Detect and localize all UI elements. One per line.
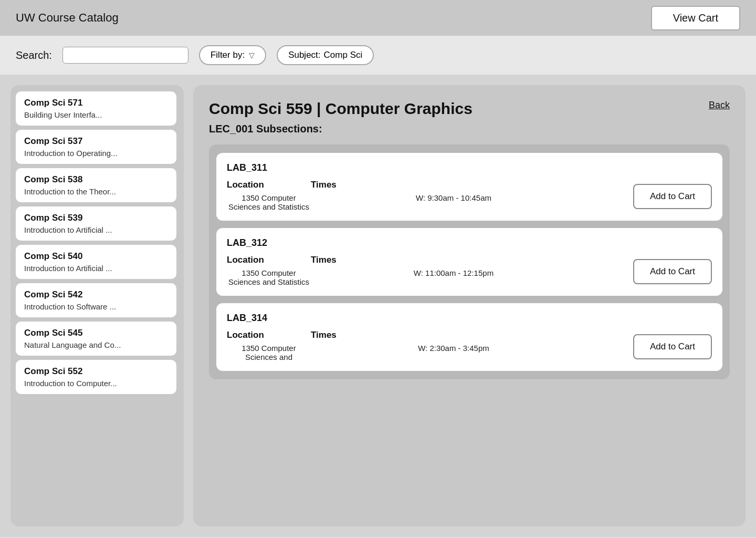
detail-title: Comp Sci 559 | Computer Graphics	[209, 100, 472, 118]
lab-action-col: Add to Cart	[596, 255, 712, 284]
lab-times-col: Times W: 11:00am - 12:15pm	[311, 255, 596, 277]
lab-location-col: Location 1350 Computer Sciences and Stat…	[227, 255, 311, 286]
search-input[interactable]	[62, 47, 188, 64]
course-number: Comp Sci 545	[24, 328, 168, 338]
sidebar: Comp Sci 571Building User Interfa...Comp…	[10, 85, 184, 526]
add-to-cart-button[interactable]: Add to Cart	[633, 334, 712, 359]
course-number: Comp Sci 552	[24, 366, 168, 377]
course-desc: Building User Interfa...	[24, 110, 168, 119]
app-header: UW Course Catalog View Cart	[0, 0, 756, 36]
lab-times-col: Times W: 9:30am - 10:45am	[311, 180, 596, 202]
course-number: Comp Sci 537	[24, 136, 168, 147]
lab-card: LAB_314 Location 1350 Computer Sciences …	[216, 303, 722, 371]
list-item[interactable]: Comp Sci 539Introduction to Artificial .…	[16, 206, 176, 241]
location-value: 1350 Computer Sciences and Statistics	[227, 268, 311, 286]
main-container: Comp Sci 571Building User Interfa...Comp…	[0, 75, 756, 537]
course-desc: Introduction to Software ...	[24, 302, 168, 311]
list-item[interactable]: Comp Sci 542Introduction to Software ...	[16, 283, 176, 317]
list-item[interactable]: Comp Sci 538Introduction to the Theor...	[16, 168, 176, 202]
course-desc: Introduction to Computer...	[24, 379, 168, 388]
times-header: Times	[311, 330, 596, 340]
course-desc: Introduction to the Theor...	[24, 187, 168, 196]
times-value: W: 9:30am - 10:45am	[311, 193, 596, 202]
course-desc: Introduction to Artificial ...	[24, 264, 168, 273]
course-desc: Introduction to Operating...	[24, 149, 168, 158]
filter-icon: ▽	[249, 51, 255, 59]
course-number: Comp Sci 540	[24, 251, 168, 262]
subsection-label: LEC_001 Subsections:	[209, 123, 730, 135]
search-bar: Search: Filter by: ▽ Subject: Comp Sci	[0, 36, 756, 75]
lab-location-col: Location 1350 Computer Sciences and Stat…	[227, 180, 311, 211]
lab-card: LAB_311 Location 1350 Computer Sciences …	[216, 153, 722, 221]
course-number: Comp Sci 538	[24, 174, 168, 185]
location-value: 1350 Computer Sciences and Statistics	[227, 193, 311, 211]
filter-button[interactable]: Filter by: ▽	[199, 45, 266, 65]
lab-section-name: LAB_312	[227, 237, 712, 249]
location-header: Location	[227, 180, 311, 190]
lab-card: LAB_312 Location 1350 Computer Sciences …	[216, 228, 722, 296]
course-number: Comp Sci 539	[24, 213, 168, 223]
filter-label: Filter by:	[211, 50, 245, 60]
list-item[interactable]: Comp Sci 571Building User Interfa...	[16, 91, 176, 126]
list-item[interactable]: Comp Sci 552Introduction to Computer...	[16, 360, 176, 394]
app-title: UW Course Catalog	[16, 11, 119, 25]
lab-section-name: LAB_311	[227, 162, 712, 173]
subject-label: Subject:	[288, 50, 320, 60]
detail-panel: Comp Sci 559 | Computer Graphics Back LE…	[193, 85, 746, 526]
lab-section-name: LAB_314	[227, 313, 712, 324]
list-item[interactable]: Comp Sci 537Introduction to Operating...	[16, 130, 176, 164]
lab-times-col: Times W: 2:30am - 3:45pm	[311, 330, 596, 353]
back-link[interactable]: Back	[709, 100, 730, 111]
times-value: W: 2:30am - 3:45pm	[311, 344, 596, 353]
search-label: Search:	[16, 49, 52, 61]
lab-location-col: Location 1350 Computer Sciences and	[227, 330, 311, 361]
lab-info-row: Location 1350 Computer Sciences and Time…	[227, 330, 712, 361]
location-value: 1350 Computer Sciences and	[227, 344, 311, 361]
subject-value: Comp Sci	[324, 50, 363, 60]
add-to-cart-button[interactable]: Add to Cart	[633, 259, 712, 284]
location-header: Location	[227, 330, 311, 340]
lab-info-row: Location 1350 Computer Sciences and Stat…	[227, 180, 712, 211]
times-value: W: 11:00am - 12:15pm	[311, 268, 596, 277]
course-number: Comp Sci 571	[24, 98, 168, 108]
location-header: Location	[227, 255, 311, 265]
course-desc: Natural Language and Co...	[24, 340, 168, 349]
lab-action-col: Add to Cart	[596, 180, 712, 209]
list-item[interactable]: Comp Sci 540Introduction to Artificial .…	[16, 245, 176, 279]
course-desc: Introduction to Artificial ...	[24, 225, 168, 234]
labs-container[interactable]: LAB_311 Location 1350 Computer Sciences …	[209, 144, 730, 379]
detail-header: Comp Sci 559 | Computer Graphics Back	[209, 100, 730, 118]
lab-action-col: Add to Cart	[596, 330, 712, 359]
add-to-cart-button[interactable]: Add to Cart	[633, 184, 712, 209]
subject-tag: Subject: Comp Sci	[277, 45, 374, 65]
course-number: Comp Sci 542	[24, 289, 168, 300]
list-item[interactable]: Comp Sci 545Natural Language and Co...	[16, 322, 176, 356]
times-header: Times	[311, 255, 596, 265]
view-cart-button[interactable]: View Cart	[651, 6, 740, 30]
lab-info-row: Location 1350 Computer Sciences and Stat…	[227, 255, 712, 286]
times-header: Times	[311, 180, 596, 190]
sidebar-scroll[interactable]: Comp Sci 571Building User Interfa...Comp…	[16, 91, 178, 520]
